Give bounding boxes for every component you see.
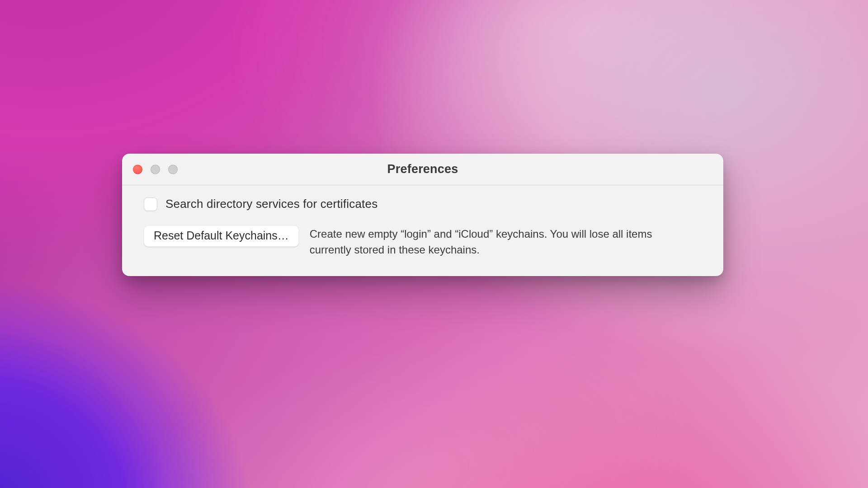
reset-keychains-description: Create new empty “login” and “iCloud” ke… (310, 225, 653, 258)
search-certificates-checkbox[interactable] (144, 197, 157, 211)
minimize-icon (151, 164, 160, 174)
reset-keychains-row: Reset Default Keychains… Create new empt… (144, 225, 702, 258)
desktop-wallpaper: Preferences Search directory services fo… (0, 0, 868, 488)
preferences-window: Preferences Search directory services fo… (122, 154, 723, 276)
window-title: Preferences (387, 162, 458, 176)
maximize-icon (168, 164, 178, 174)
close-icon[interactable] (133, 164, 142, 174)
search-certificates-label: Search directory services for certificat… (165, 197, 377, 211)
traffic-lights (133, 164, 178, 174)
window-titlebar[interactable]: Preferences (122, 154, 723, 185)
preferences-content: Search directory services for certificat… (122, 185, 723, 276)
reset-default-keychains-button[interactable]: Reset Default Keychains… (144, 225, 299, 247)
search-certificates-row[interactable]: Search directory services for certificat… (144, 197, 702, 211)
